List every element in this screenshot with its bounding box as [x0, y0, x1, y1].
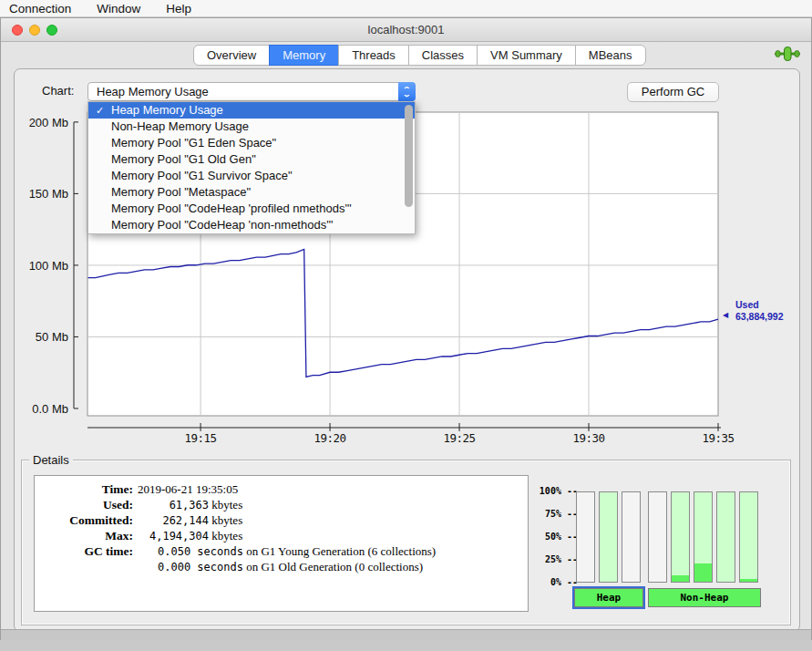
tab-overview[interactable]: Overview	[193, 45, 270, 66]
memory-pool-bar	[648, 491, 667, 583]
tab-memory[interactable]: Memory	[269, 45, 339, 66]
chart-selector-dropdown: ✓Heap Memory UsageNon-Heap Memory UsageM…	[87, 101, 416, 234]
tab-vm-summary[interactable]: VM Summary	[477, 45, 576, 66]
pool-percent-label: 75% --	[534, 509, 578, 519]
tab-classes[interactable]: Classes	[408, 45, 478, 66]
memory-pool-bar	[622, 491, 641, 583]
connection-status-icon	[775, 46, 800, 61]
menu-window[interactable]: Window	[84, 0, 153, 17]
dropdown-option[interactable]: Memory Pool "CodeHeap 'profiled nmethods…	[88, 201, 415, 217]
dropdown-option[interactable]: Memory Pool "CodeHeap 'non-nmethods'"	[88, 217, 415, 233]
memory-pool-bar	[599, 491, 618, 583]
menu-connection[interactable]: Connection	[0, 0, 84, 17]
dropdown-scrollbar[interactable]	[405, 105, 413, 207]
tab-bar: Overview Memory Threads Classes VM Summa…	[193, 45, 646, 66]
dropdown-option[interactable]: Non-Heap Memory Usage	[88, 119, 415, 135]
details-text-box: Time:2019-06-21 19:35:05Used:61,363 kbyt…	[34, 475, 529, 612]
dropdown-option[interactable]: ✓Heap Memory Usage	[88, 102, 415, 119]
details-row: Committed:262,144 kbytes	[42, 512, 528, 528]
pool-percent-label: 50% --	[534, 532, 578, 542]
memory-pool-bar	[716, 491, 735, 583]
pool-percent-label: 25% --	[534, 554, 578, 564]
details-row: Used:61,363 kbytes	[42, 497, 528, 512]
dropdown-option[interactable]: Memory Pool "G1 Eden Space"	[88, 135, 415, 151]
series-marker-icon: ◀	[723, 311, 728, 319]
memory-pool-bar	[671, 491, 690, 583]
system-menubar: Connection Window Help	[0, 0, 812, 17]
checkmark-icon: ✓	[96, 102, 104, 119]
tab-mbeans[interactable]: MBeans	[575, 45, 646, 66]
heap-pool-button[interactable]: Heap	[574, 588, 643, 607]
jconsole-window: localhost:9001 Overview Memory Threads C…	[0, 17, 812, 640]
memory-pool-bar	[694, 491, 713, 583]
non-heap-pool-button[interactable]: Non-Heap	[648, 588, 761, 607]
details-group-title: Details	[29, 453, 73, 467]
window-resize-strip[interactable]	[1, 629, 811, 640]
dropdown-option[interactable]: Memory Pool "G1 Survivor Space"	[88, 168, 415, 184]
used-value-annotation: Used 63,884,992	[735, 299, 784, 323]
pool-percent-label: 0% --	[534, 577, 578, 587]
details-group: Details Time:2019-06-21 19:35:05Used:61,…	[21, 460, 791, 625]
menu-help[interactable]: Help	[153, 0, 204, 17]
memory-pool-bar	[739, 491, 758, 583]
memory-pool-bar	[576, 491, 595, 583]
dropdown-option[interactable]: Memory Pool "G1 Old Gen"	[88, 151, 415, 168]
details-row: Max:4,194,304 kbytes	[42, 528, 528, 543]
dropdown-option[interactable]: Memory Pool "Metaspace"	[88, 184, 415, 201]
tab-threads[interactable]: Threads	[338, 45, 409, 66]
details-row: 0.000 seconds on G1 Old Generation (0 co…	[42, 559, 528, 574]
pool-percent-label: 100% --	[534, 486, 578, 496]
details-row: GC time:0.050 seconds on G1 Young Genera…	[42, 543, 528, 559]
details-row: Time:2019-06-21 19:35:05	[42, 481, 528, 497]
